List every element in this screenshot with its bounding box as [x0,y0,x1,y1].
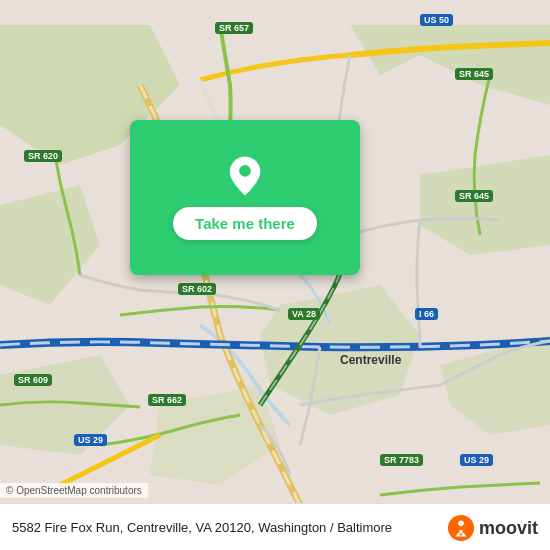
shield-sr602: SR 602 [178,283,216,295]
address-label: 5582 Fire Fox Run, Centreville, VA 20120… [12,519,437,537]
map-roads [0,0,550,550]
shield-va28: VA 28 [288,308,320,320]
map-container: US 50 SR 657 SR 645 SR 620 SR 645 SR 602… [0,0,550,550]
navigation-popup: Take me there [130,120,360,275]
shield-sr657: SR 657 [215,22,253,34]
shield-us29-2: US 29 [460,454,493,466]
svg-marker-7 [440,335,550,435]
copyright-text: © OpenStreetMap contributors [6,485,142,496]
moovit-icon [447,514,475,542]
svg-point-9 [448,515,474,541]
shield-sr620: SR 620 [24,150,62,162]
svg-point-8 [239,165,251,177]
take-me-there-button[interactable]: Take me there [173,207,317,240]
svg-marker-3 [420,155,550,255]
shield-sr609: SR 609 [14,374,52,386]
shield-i66: I 66 [415,308,438,320]
svg-marker-1 [350,25,550,105]
bottom-info-bar: 5582 Fire Fox Run, Centreville, VA 20120… [0,503,550,550]
moovit-logo: moovit [447,514,538,542]
shield-sr7783: SR 7783 [380,454,423,466]
svg-point-11 [459,530,463,534]
place-label-centreville: Centreville [338,352,403,368]
copyright-notice: © OpenStreetMap contributors [0,483,148,498]
shield-sr662: SR 662 [148,394,186,406]
shield-sr645-2: SR 645 [455,190,493,202]
svg-marker-2 [0,185,100,305]
shield-us29: US 29 [74,434,107,446]
location-pin-icon [224,155,266,197]
svg-point-10 [458,521,464,527]
shield-sr645-1: SR 645 [455,68,493,80]
shield-us50: US 50 [420,14,453,26]
moovit-brand-name: moovit [479,518,538,539]
